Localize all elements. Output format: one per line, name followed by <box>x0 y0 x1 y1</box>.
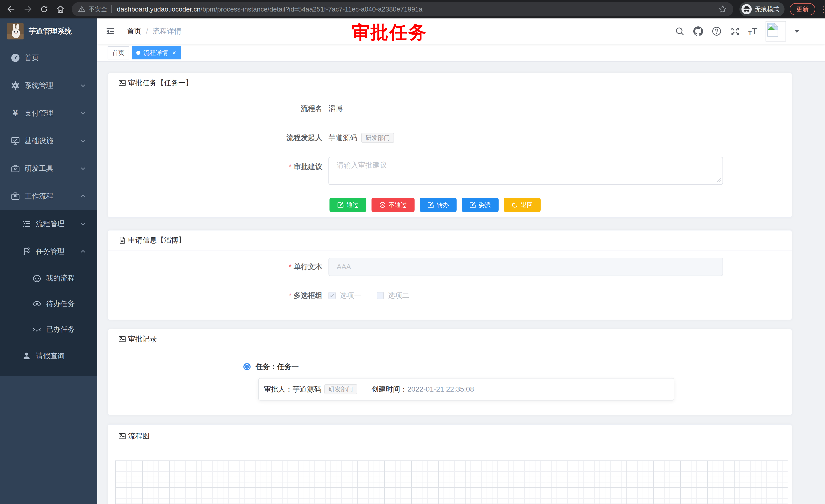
transfer-button[interactable]: 转办 <box>420 198 457 212</box>
sidebar-fold-icon[interactable] <box>105 26 115 36</box>
fullscreen-icon[interactable] <box>730 26 740 36</box>
search-icon[interactable] <box>675 26 685 36</box>
required-asterisk: * <box>289 163 292 171</box>
home-icon[interactable] <box>55 4 66 14</box>
approval-task-card: 审批任务【任务一】 流程名 滔博 流程发起人 芋道源码 研发部门 <box>107 73 792 218</box>
checkbox-option-1-label: 选项一 <box>340 291 361 301</box>
checkbox-group: 选项一 选项二 <box>328 291 421 301</box>
timeline-clock-icon <box>243 363 250 370</box>
checkbox-option-1 <box>328 292 335 299</box>
card-title: 审批任务【任务一】 <box>128 78 193 88</box>
reject-button[interactable]: 不通过 <box>372 198 415 212</box>
sidebar-item-home[interactable]: 首页 <box>0 44 97 72</box>
broken-image-icon <box>767 22 778 37</box>
picture-icon <box>119 335 126 343</box>
workflow-submenu: 流程管理 任务管理 我的流程 待办任务 <box>0 210 97 376</box>
process-name-value: 滔博 <box>328 104 343 113</box>
sidebar-item-done-tasks[interactable]: 已办任务 <box>0 317 97 342</box>
url-bar[interactable]: 不安全 dashboard.yudao.iocoder.cn/bpm/proce… <box>72 2 733 16</box>
suggestion-label-wrap: *审批建议 <box>108 157 328 172</box>
breadcrumb: 首页 / 流程详情 <box>127 26 181 36</box>
tag-home[interactable]: 首页 <box>107 46 129 60</box>
document-icon <box>119 236 126 244</box>
screenshot-root: 不安全 dashboard.yudao.iocoder.cn/bpm/proce… <box>0 0 825 504</box>
person-icon <box>21 351 32 360</box>
help-icon[interactable] <box>711 26 722 36</box>
github-icon[interactable] <box>693 26 703 36</box>
initiator-value: 芋道源码 <box>328 133 357 143</box>
sidebar-item-infra[interactable]: 基础设施 <box>0 127 97 155</box>
edit-icon <box>469 201 476 208</box>
reload-icon[interactable] <box>39 4 49 14</box>
chevron-up-icon <box>80 248 86 255</box>
security-label[interactable]: 不安全 <box>89 5 107 13</box>
forward-icon[interactable] <box>22 4 33 14</box>
process-name-label: 流程名 <box>108 104 328 113</box>
tag-close-icon[interactable]: × <box>172 50 176 56</box>
card-title: 申请信息【滔博】 <box>128 235 185 245</box>
chevron-down-icon <box>80 165 86 172</box>
sidebar-item-my-process[interactable]: 我的流程 <box>0 265 97 291</box>
browser-menu-icon[interactable]: ⋮ <box>819 5 825 14</box>
diagram-card-header: 流程图 <box>108 425 792 448</box>
sidebar-item-process-mgmt[interactable]: 流程管理 <box>0 210 97 238</box>
tags-view-bar: 首页 流程详情 × <box>97 44 825 62</box>
face-icon <box>32 273 42 283</box>
chevron-down-icon <box>80 110 86 116</box>
browser-toolbar: 不安全 dashboard.yudao.iocoder.cn/bpm/proce… <box>0 0 825 18</box>
created-label: 创建时间： <box>372 385 407 394</box>
approver-text: 审批人：芋道源码 <box>264 385 321 394</box>
sidebar-item-devtools[interactable]: 研发工具 <box>0 155 97 182</box>
gear-icon <box>10 81 20 90</box>
sidebar-item-workflow[interactable]: 工作流程 <box>0 182 97 210</box>
sidebar-item-payment[interactable]: ¥ 支付管理 <box>0 99 97 127</box>
app-title: 芋道管理系统 <box>29 26 72 36</box>
breadcrumb-home[interactable]: 首页 <box>127 26 141 36</box>
sidebar-item-system[interactable]: 系统管理 <box>0 72 97 99</box>
tag-process-detail[interactable]: 流程详情 × <box>132 46 180 60</box>
tree-icon <box>21 247 32 256</box>
avatar-caret-icon[interactable] <box>794 30 799 33</box>
card-title: 流程图 <box>128 431 150 441</box>
list-icon <box>21 219 32 229</box>
sidebar-item-task-mgmt[interactable]: 任务管理 <box>0 238 97 265</box>
suggestion-textarea[interactable] <box>328 157 723 185</box>
bookmark-star-icon[interactable] <box>719 5 727 14</box>
security-warning-icon <box>78 5 86 13</box>
font-size-icon[interactable]: TT <box>748 27 757 36</box>
url-text[interactable]: dashboard.yudao.iocoder.cn/bpm/process-i… <box>117 5 714 13</box>
briefcase-icon <box>10 191 20 201</box>
dept-tag: 研发部门 <box>324 384 357 394</box>
dept-tag: 研发部门 <box>361 133 394 143</box>
application-card-body: *单行文本 *多选框组 选项一 选项二 <box>108 258 792 301</box>
delegate-button[interactable]: 委派 <box>462 198 499 212</box>
text-field-label-wrap: *单行文本 <box>108 262 328 272</box>
task-title: 任务：任务一 <box>256 362 299 371</box>
app-logo-row[interactable]: 芋道管理系统 <box>0 18 97 44</box>
sidebar-item-todo-tasks[interactable]: 待办任务 <box>0 291 97 317</box>
breadcrumb-current: 流程详情 <box>153 26 181 36</box>
approve-button[interactable]: 通过 <box>329 198 366 212</box>
process-diagram-card: 流程图 <box>107 424 792 504</box>
application-card-header: 申请信息【滔博】 <box>108 231 792 250</box>
bpmn-canvas[interactable] <box>115 460 788 504</box>
return-button[interactable]: 退回 <box>504 198 541 212</box>
breadcrumb-separator: / <box>146 27 148 35</box>
initiator-label: 流程发起人 <box>108 133 328 143</box>
chevron-down-icon <box>80 82 86 89</box>
picture-icon <box>119 79 126 87</box>
card-title: 审批记录 <box>128 334 157 344</box>
resize-handle[interactable] <box>717 175 722 185</box>
chrome-update-button[interactable]: 更新 <box>790 3 815 15</box>
eye-icon <box>32 299 42 309</box>
checkbox-option-2-label: 选项二 <box>388 291 409 301</box>
active-dot <box>136 51 140 55</box>
app-logo <box>7 23 23 39</box>
navbar-actions: TT <box>675 21 825 41</box>
single-line-text-input <box>328 258 723 276</box>
record-card-body: 任务：任务一 审批人：芋道源码 研发部门 创建时间： 2022-01-21 22… <box>108 362 792 401</box>
back-icon[interactable] <box>6 4 16 14</box>
incognito-icon <box>742 4 752 14</box>
sidebar-item-leave-query[interactable]: 请假查询 <box>0 342 97 370</box>
avatar[interactable] <box>765 21 786 41</box>
